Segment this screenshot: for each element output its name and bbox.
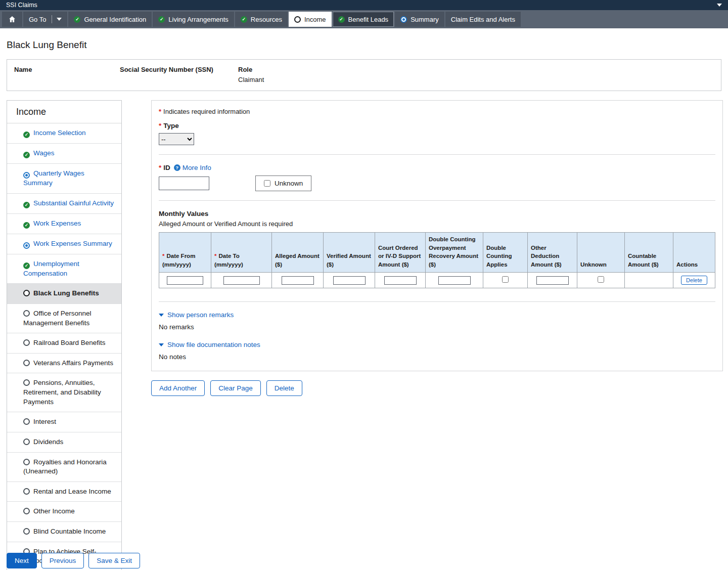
tab-general-identification[interactable]: General Identification (68, 12, 152, 27)
sidebar-item-railroad-board-benefits[interactable]: Railroad Board Benefits (7, 333, 121, 354)
not-started-icon (23, 379, 30, 386)
clear-page-button[interactable]: Clear Page (210, 380, 261, 396)
sidebar-item-blind-countable-income[interactable]: Blind Countable Income (7, 522, 121, 542)
sidebar-item-opm-benefits[interactable]: Office of Personnel Management Benefits (7, 304, 121, 333)
type-label-text: Type (163, 122, 179, 129)
chevron-down-icon (57, 18, 62, 21)
date-to-input[interactable] (223, 276, 260, 285)
previous-button[interactable]: Previous (41, 553, 84, 568)
sidebar-item-interest[interactable]: Interest (7, 412, 121, 432)
countable-amount-cell (625, 272, 673, 288)
tab-resources[interactable]: Resources (235, 12, 288, 27)
col-header-label: Date To (mm/yyyy) (214, 253, 243, 268)
chevron-down-icon[interactable] (717, 4, 722, 7)
role-value: Claimant (238, 76, 714, 83)
save-exit-button[interactable]: Save & Exit (88, 553, 140, 568)
row-delete-button[interactable]: Delete (681, 276, 707, 285)
col-header-label: Double Counting Applies (486, 245, 512, 268)
role-label: Role (238, 66, 714, 73)
col-header-label: Actions (676, 261, 698, 268)
other-deduction-input[interactable] (536, 276, 569, 285)
sidebar-item-wages[interactable]: Wages (7, 144, 121, 164)
monthly-values-table: *Date From (mm/yyyy) *Date To (mm/yyyy) … (159, 232, 715, 288)
file-notes-toggle[interactable]: Show file documentation notes (159, 341, 715, 348)
overpayment-recovery-amount-input[interactable] (438, 276, 471, 285)
sidebar-item-work-expenses-summary[interactable]: Work Expenses Summary (7, 234, 121, 254)
not-started-icon (23, 418, 30, 425)
content-area: Black Lung Benefit Name Social Security … (0, 39, 728, 570)
court-ordered-amount-input[interactable] (384, 276, 417, 285)
sidebar-item-black-lung-benefits[interactable]: Black Lung Benefits (7, 284, 121, 304)
not-started-icon (23, 488, 30, 495)
sidebar-item-quarterly-wages-summary[interactable]: Quarterly Wages Summary (7, 164, 121, 194)
not-started-icon (23, 360, 30, 366)
file-notes-toggle-label: Show file documentation notes (167, 341, 260, 348)
goto-menu-button[interactable]: Go To (23, 12, 67, 27)
col-header-other-deduction: Other Deduction Amount ($) (528, 233, 577, 273)
date-from-input[interactable] (167, 276, 203, 285)
unknown-checkbox[interactable] (598, 276, 604, 283)
col-header-overpayment-recovery: Double Counting Overpayment Recovery Amo… (426, 233, 483, 273)
col-header-label: Other Deduction Amount ($) (531, 245, 562, 268)
sidebar-item-label: Office of Personnel Management Benefits (23, 310, 92, 327)
chevron-down-icon (159, 314, 164, 317)
double-counting-checkbox[interactable] (502, 276, 509, 283)
main-column: *Indicates required information *Type --… (151, 100, 723, 396)
sidebar-item-dividends[interactable]: Dividends (7, 432, 121, 453)
col-header-court-ordered: Court Ordered or IV-D Support Amount ($) (375, 233, 426, 273)
type-select[interactable]: -- (159, 133, 194, 145)
tab-label: Claim Edits and Alerts (451, 16, 515, 23)
sidebar-item-label: Pensions, Annuities, Retirement, and Dis… (23, 379, 101, 405)
sidebar-item-pensions-annuities[interactable]: Pensions, Annuities, Retirement, and Dis… (7, 373, 121, 412)
alleged-amount-input[interactable] (282, 276, 314, 285)
ssn-label: Social Security Number (SSN) (120, 66, 238, 73)
sidebar-item-royalties-honoraria[interactable]: Royalties and Honoraria (Unearned) (7, 453, 121, 482)
sidebar-item-other-income[interactable]: Other Income (7, 502, 121, 522)
sidebar-item-work-expenses[interactable]: Work Expenses (7, 214, 121, 234)
col-header-label: Unknown (580, 261, 607, 268)
id-unknown-checkbox[interactable] (264, 180, 270, 187)
check-icon (23, 202, 30, 208)
sidebar-item-label: Income Selection (33, 129, 86, 137)
home-button[interactable] (2, 12, 22, 27)
delete-button[interactable]: Delete (266, 380, 302, 396)
sidebar-item-rental-lease-income[interactable]: Rental and Lease Income (7, 482, 121, 502)
tab-income[interactable]: Income (289, 12, 332, 27)
tab-label: Income (304, 16, 326, 23)
col-header-label: Double Counting Overpayment Recovery Amo… (429, 236, 478, 268)
sidebar-item-income-selection[interactable]: Income Selection (7, 123, 121, 144)
sidebar-item-unemployment-compensation[interactable]: Unemployment Compensation (7, 254, 121, 284)
sidebar-title: Income (7, 101, 121, 123)
tab-label: General Identification (84, 16, 146, 23)
sidebar-item-substantial-gainful-activity[interactable]: Substantial Gainful Activity (7, 194, 121, 214)
add-another-button[interactable]: Add Another (151, 380, 205, 396)
sidebar-item-label: Veterans Affairs Payments (33, 359, 113, 367)
tab-claim-edits-alerts[interactable]: Claim Edits and Alerts (445, 12, 521, 27)
person-header: Name Social Security Number (SSN) Role C… (7, 59, 721, 91)
next-button[interactable]: Next (7, 553, 37, 568)
sidebar-item-veterans-affairs-payments[interactable]: Veterans Affairs Payments (7, 354, 121, 374)
person-remarks-toggle-label: Show person remarks (167, 311, 234, 319)
id-input[interactable] (159, 177, 209, 190)
monthly-values-note: Alleged Amount or Verified Amount is req… (159, 220, 715, 228)
type-label: *Type (159, 122, 715, 129)
sidebar-item-label: Dividends (33, 438, 63, 446)
person-remarks-toggle[interactable]: Show person remarks (159, 311, 715, 319)
required-note-text: Indicates required information (163, 108, 250, 115)
sidebar-item-label: Work Expenses Summary (33, 240, 112, 247)
sidebar-item-label: Work Expenses (33, 220, 81, 227)
tab-benefit-leads[interactable]: Benefit Leads (333, 12, 394, 27)
id-label-text: ID (163, 164, 170, 171)
tab-summary[interactable]: Summary (395, 12, 444, 27)
col-header-unknown: Unknown (577, 233, 625, 273)
sidebar-item-label: Wages (33, 149, 55, 157)
more-info-link[interactable]: More Info (183, 164, 211, 171)
sidebar-item-label: Other Income (33, 507, 75, 515)
person-name-cell: Name (14, 66, 120, 83)
not-started-icon (23, 339, 30, 346)
current-step-icon (294, 16, 301, 23)
tab-living-arrangements[interactable]: Living Arrangements (153, 12, 234, 27)
not-started-icon (23, 310, 30, 317)
id-label-row: *ID More Info (159, 164, 715, 171)
verified-amount-input[interactable] (333, 276, 366, 285)
